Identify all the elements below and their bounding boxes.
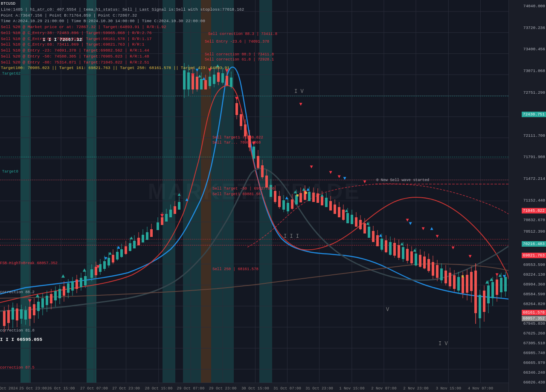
svg-text:I I I  66595.055: I I I 66595.055 bbox=[0, 337, 42, 342]
svg-text:Sell Target1 71348.822: Sell Target1 71348.822 bbox=[212, 135, 263, 140]
svg-rect-257 bbox=[483, 291, 485, 312]
svg-rect-165 bbox=[287, 203, 289, 211]
svg-text:correction 87.5: correction 87.5 bbox=[0, 366, 35, 370]
svg-rect-49 bbox=[33, 304, 35, 315]
svg-text:FSB-HighToBreak 68057.352: FSB-HighToBreak 68057.352 bbox=[0, 261, 58, 265]
svg-text:▲: ▲ bbox=[293, 189, 297, 195]
svg-rect-233 bbox=[432, 262, 434, 276]
svg-rect-55 bbox=[46, 296, 48, 305]
svg-rect-61 bbox=[58, 289, 61, 298]
svg-rect-219 bbox=[402, 247, 404, 259]
svg-rect-103 bbox=[150, 229, 153, 237]
svg-rect-243 bbox=[453, 275, 456, 289]
svg-rect-217 bbox=[398, 245, 400, 258]
sell4: Sell %10 @ C_Entry:88: 73411.869 | Targe… bbox=[1, 42, 244, 48]
svg-text:▼: ▼ bbox=[409, 221, 412, 227]
svg-rect-67 bbox=[71, 281, 74, 291]
price-70832: 70832.670 bbox=[523, 218, 545, 222]
svg-rect-41 bbox=[16, 308, 18, 320]
price-67305: 67305.510 bbox=[523, 341, 545, 346]
svg-rect-171 bbox=[299, 193, 302, 202]
svg-text:▲: ▲ bbox=[413, 248, 416, 254]
svg-text:Sell Target -50 | 69827.656: Sell Target -50 | 69827.656 bbox=[212, 187, 275, 191]
time-9: 31 Oct 07:00 bbox=[273, 386, 301, 391]
svg-text:correction 88.2: correction 88.2 bbox=[0, 290, 35, 294]
svg-rect-209 bbox=[380, 239, 383, 250]
svg-rect-239 bbox=[444, 271, 447, 283]
svg-rect-115 bbox=[178, 202, 180, 210]
candles-group bbox=[3, 63, 507, 332]
svg-rect-163 bbox=[282, 200, 285, 210]
svg-rect-151 bbox=[257, 156, 259, 168]
svg-rect-159 bbox=[274, 191, 276, 202]
price-67625: 67625.260 bbox=[523, 331, 545, 336]
price-69224: 69224.130 bbox=[523, 272, 545, 277]
price-71045: 71045.822 bbox=[522, 208, 546, 213]
svg-rect-117 bbox=[183, 70, 186, 89]
svg-rect-105 bbox=[157, 222, 159, 230]
svg-text:▼: ▼ bbox=[104, 256, 107, 262]
svg-text:Sell 250 | 68161.578: Sell 250 | 68161.578 bbox=[212, 267, 258, 271]
svg-rect-235 bbox=[436, 265, 439, 278]
price-68161: 68161.578 bbox=[522, 310, 546, 315]
svg-rect-231 bbox=[427, 259, 430, 271]
svg-rect-187 bbox=[334, 205, 336, 214]
svg-rect-113 bbox=[174, 206, 176, 214]
svg-rect-253 bbox=[474, 271, 477, 313]
svg-rect-39 bbox=[12, 308, 14, 320]
svg-rect-183 bbox=[325, 198, 328, 207]
svg-rect-95 bbox=[133, 241, 136, 248]
svg-rect-131 bbox=[213, 75, 215, 84]
svg-text:▲: ▲ bbox=[490, 276, 494, 283]
svg-rect-109 bbox=[165, 214, 168, 222]
svg-text:I V: I V bbox=[294, 89, 304, 95]
svg-rect-223 bbox=[410, 251, 413, 263]
svg-rect-51 bbox=[37, 302, 40, 311]
svg-text:▲: ▲ bbox=[202, 76, 206, 82]
svg-rect-111 bbox=[169, 210, 172, 217]
svg-rect-43 bbox=[20, 309, 23, 319]
price-66985: 66985.740 bbox=[523, 351, 545, 355]
svg-text:I I I: I I I bbox=[284, 233, 299, 239]
svg-rect-201 bbox=[363, 223, 366, 233]
svg-rect-177 bbox=[312, 193, 315, 202]
svg-rect-215 bbox=[393, 243, 396, 256]
svg-rect-135 bbox=[221, 73, 224, 83]
time-7: 29 Oct 23:00 bbox=[209, 386, 237, 391]
svg-rect-155 bbox=[265, 176, 268, 187]
svg-text:▲: ▲ bbox=[108, 251, 112, 257]
svg-text:Target0: Target0 bbox=[2, 170, 18, 174]
price-71152: 71152.440 bbox=[523, 198, 545, 203]
svg-rect-149 bbox=[253, 147, 255, 159]
price-69553: 69553.590 bbox=[523, 262, 545, 267]
svg-rect-119 bbox=[187, 72, 190, 89]
svg-rect-249 bbox=[466, 275, 468, 293]
svg-rect-265 bbox=[500, 278, 502, 292]
svg-rect-227 bbox=[419, 255, 421, 267]
price-scale: 74040.000 73720.236 73400.456 73071.068 … bbox=[508, 0, 546, 392]
svg-rect-241 bbox=[449, 273, 451, 286]
svg-rect-229 bbox=[423, 257, 426, 268]
svg-text:0 New Sell wave started: 0 New Sell wave started bbox=[376, 178, 429, 182]
time-2: 26 Oct 15:00 bbox=[47, 386, 75, 391]
price-71472: 71472.214 bbox=[523, 176, 545, 181]
time-12: 2 Nov 07:00 bbox=[371, 386, 396, 391]
svg-rect-251 bbox=[470, 272, 473, 291]
time-15: 4 Nov 07:00 bbox=[468, 386, 493, 391]
svg-rect-237 bbox=[440, 268, 443, 280]
svg-rect-71 bbox=[80, 278, 82, 287]
chart-container: BTCUSD Line:1485 | h1_atr_c0: 407.5554 |… bbox=[0, 0, 546, 392]
time-11: 1 Nov 15:00 bbox=[339, 386, 364, 391]
price-66665: 66665.970 bbox=[523, 360, 545, 365]
svg-rect-83 bbox=[107, 258, 110, 265]
svg-text:▲: ▲ bbox=[83, 267, 87, 274]
svg-text:▲: ▲ bbox=[198, 73, 201, 79]
price-68584: 68584.590 bbox=[523, 292, 545, 297]
svg-text:▲: ▲ bbox=[36, 292, 40, 299]
svg-rect-153 bbox=[261, 165, 264, 177]
price-73071: 73071.068 bbox=[523, 69, 545, 73]
svg-rect-179 bbox=[317, 193, 319, 203]
svg-rect-37 bbox=[7, 310, 10, 323]
svg-text:▲: ▲ bbox=[498, 273, 502, 279]
time-0: 25 Oct 2024 bbox=[0, 386, 18, 391]
